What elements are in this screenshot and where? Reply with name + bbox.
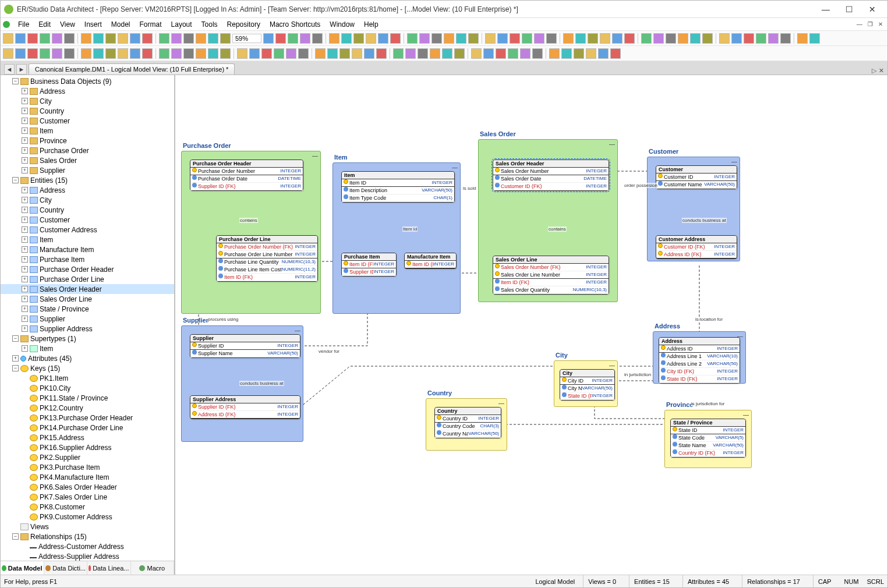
toolbar-button[interactable] <box>364 48 374 59</box>
toolbar-button[interactable] <box>366 33 376 44</box>
tree-node[interactable]: PK10.City <box>1 383 174 393</box>
toolbar-button[interactable] <box>220 48 231 59</box>
toolbar-button[interactable] <box>196 33 206 44</box>
toolbar-button[interactable] <box>3 33 13 44</box>
tree-node[interactable]: PK9.Customer Address <box>1 512 174 522</box>
toolbar-button[interactable] <box>510 33 520 44</box>
tree-node[interactable]: −Relationships (15) <box>1 532 174 541</box>
tree-node[interactable]: PK4.Manufacture Item <box>1 472 174 482</box>
tree-node[interactable]: +Customer <box>1 116 174 126</box>
entity-mitem[interactable]: Manufacture ItemItem ID (FK)INTEGER <box>404 253 457 269</box>
toolbar-button[interactable] <box>159 33 169 44</box>
tree-node[interactable]: PK13.Purchase Order Header <box>1 413 174 423</box>
entity-sup[interactable]: SupplierSupplier IDINTEGERSupplier NameV… <box>190 334 300 358</box>
tree-node[interactable]: +Purchase Order Header <box>1 264 174 274</box>
toolbar-button[interactable] <box>64 33 75 44</box>
menu-format[interactable]: Format <box>135 19 167 30</box>
toolbar-button[interactable] <box>220 33 231 44</box>
tree-node[interactable]: −Keys (15) <box>1 363 174 373</box>
tree-node[interactable]: +Attributes (45) <box>1 353 174 363</box>
toolbar-button[interactable] <box>3 48 13 59</box>
tree-node[interactable]: +City <box>1 96 174 106</box>
menu-insert[interactable]: Insert <box>80 19 107 30</box>
menu-tools[interactable]: Tools <box>197 19 222 30</box>
maximize-button[interactable]: ☐ <box>837 2 861 17</box>
toolbar-button[interactable] <box>575 33 586 44</box>
cluster-minimize-icon[interactable]: — <box>609 141 615 147</box>
toolbar-button[interactable] <box>549 48 560 59</box>
menu-view[interactable]: View <box>55 19 80 30</box>
toolbar-button[interactable] <box>442 48 452 59</box>
toolbar-button[interactable] <box>159 48 169 59</box>
toolbar-button[interactable] <box>534 33 544 44</box>
menu-window[interactable]: Window <box>325 19 359 30</box>
diagram-canvas[interactable]: Purchase Order—Item—Sales Order—Customer… <box>175 75 887 575</box>
toolbar-button[interactable] <box>249 48 260 59</box>
toolbar-button[interactable] <box>52 33 62 44</box>
toolbar-button[interactable] <box>768 33 779 44</box>
toolbar-button[interactable] <box>419 33 430 44</box>
tree-node[interactable]: PK11.State / Province <box>1 393 174 403</box>
toolbar-button[interactable] <box>756 33 766 44</box>
toolbar-button[interactable] <box>497 33 508 44</box>
tree-node[interactable]: −Business Data Objects (9) <box>1 76 174 86</box>
toolbar-button[interactable] <box>405 48 416 59</box>
toolbar-button[interactable] <box>624 33 635 44</box>
cluster-minimize-icon[interactable]: — <box>295 327 300 334</box>
tree-node[interactable]: +Customer Address <box>1 225 174 235</box>
toolbar-button[interactable] <box>702 33 713 44</box>
close-button[interactable]: ✕ <box>861 2 884 17</box>
entity-poh[interactable]: Purchase Order HeaderPurchase Order Numb… <box>190 160 303 191</box>
toolbar-button[interactable] <box>64 48 75 59</box>
toolbar-button[interactable] <box>208 48 218 59</box>
tree-node[interactable]: PK12.Country <box>1 403 174 413</box>
toolbar-button[interactable] <box>105 48 116 59</box>
tree-node[interactable]: +Item <box>1 235 174 245</box>
tab-nav-right[interactable]: ► <box>16 64 27 75</box>
toolbar-button[interactable] <box>522 33 532 44</box>
menu-help[interactable]: Help <box>359 19 383 30</box>
toolbar-button[interactable] <box>40 48 50 59</box>
entity-pitem[interactable]: Purchase ItemItem ID (FK)INTEGERSupplier… <box>341 253 397 277</box>
tree-node[interactable]: PK15.Address <box>1 433 174 442</box>
toolbar-button[interactable] <box>378 33 388 44</box>
tree-node[interactable]: +Purchase Item <box>1 254 174 264</box>
toolbar-button[interactable] <box>430 48 440 59</box>
toolbar-button[interactable] <box>315 48 326 59</box>
tree-node[interactable]: +Sales Order Header <box>1 284 174 294</box>
toolbar-button[interactable] <box>329 33 339 44</box>
cluster-minimize-icon[interactable]: — <box>498 400 504 406</box>
tree-node[interactable]: +Item <box>1 343 174 353</box>
entity-soh[interactable]: Sales Order HeaderSales Order NumberINTE… <box>493 160 609 191</box>
entity-caddr[interactable]: Customer AddressCustomer ID (FK)INTEGERA… <box>656 235 737 259</box>
mdi-close[interactable]: ✕ <box>876 21 885 27</box>
tree-node[interactable]: +Item <box>1 126 174 136</box>
cluster-minimize-icon[interactable]: — <box>312 153 318 159</box>
tree-node[interactable]: +Supplier <box>1 314 174 324</box>
toolbar-button[interactable] <box>485 33 496 44</box>
menu-layout[interactable]: Layout <box>167 19 197 30</box>
toolbar-button[interactable] <box>393 48 404 59</box>
toolbar-button[interactable] <box>641 33 652 44</box>
toolbar-button[interactable] <box>15 33 26 44</box>
toolbar-button[interactable] <box>341 33 352 44</box>
toolbar-button[interactable] <box>130 33 140 44</box>
menu-edit[interactable]: Edit <box>34 19 55 30</box>
mdi-restore[interactable]: ❐ <box>865 21 875 27</box>
toolbar-button[interactable] <box>809 33 820 44</box>
toolbar-button[interactable] <box>431 33 442 44</box>
menu-repository[interactable]: Repository <box>222 19 265 30</box>
sidebar-tab-data-lineage[interactable]: Data Linea... <box>87 561 131 575</box>
entity-prov[interactable]: State / ProvinceState IDINTEGERState Cod… <box>670 419 746 458</box>
entity-saddr[interactable]: Supplier AddressSupplier ID (FK)INTEGERA… <box>190 395 300 419</box>
toolbar-button[interactable] <box>237 48 247 59</box>
toolbar-button[interactable] <box>468 33 479 44</box>
toolbar-button[interactable] <box>353 33 364 44</box>
tree-node[interactable]: +Country <box>1 106 174 116</box>
entity-pol[interactable]: Purchase Order LinePurchase Order Number… <box>216 235 318 282</box>
entity-item[interactable]: ItemItem IDINTEGERItem DescriptionVARCHA… <box>341 171 455 203</box>
tree-node[interactable]: +Manufacture Item <box>1 245 174 254</box>
toolbar-button[interactable] <box>678 33 688 44</box>
toolbar-button[interactable] <box>261 48 272 59</box>
toolbar-button[interactable] <box>286 48 296 59</box>
